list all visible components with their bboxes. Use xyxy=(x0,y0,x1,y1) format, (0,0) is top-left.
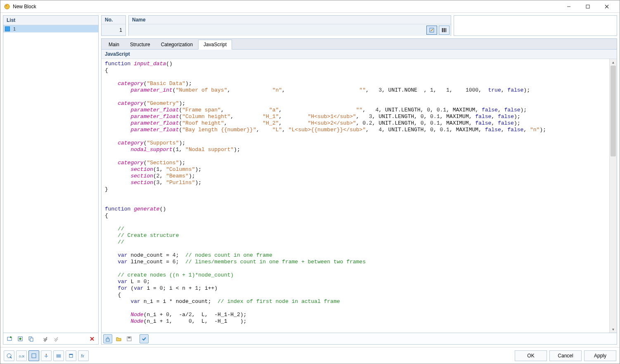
svg-rect-28 xyxy=(32,354,36,358)
scroll-down-arrow[interactable]: ▼ xyxy=(610,326,617,333)
list-item-number: 1 xyxy=(12,26,98,31)
dialog-footer: 0,00 fx OK Cancel Apply xyxy=(0,347,620,364)
tabstrip: Main Structure Categorization JavaScript xyxy=(102,39,617,50)
new-item-button[interactable] xyxy=(5,334,14,343)
no-label: No. xyxy=(102,16,125,24)
maximize-button[interactable] xyxy=(578,1,597,12)
list-item-marker xyxy=(5,26,10,31)
no-value[interactable]: 1 xyxy=(102,24,125,35)
code-editor[interactable]: function input_data() { category("Basic … xyxy=(102,59,609,333)
list-header: List xyxy=(3,16,98,25)
view-1-button[interactable] xyxy=(28,350,39,361)
svg-rect-13 xyxy=(30,338,33,341)
code-toolbar xyxy=(102,333,617,344)
delete-item-button[interactable] xyxy=(88,334,97,343)
add-item-button[interactable] xyxy=(16,334,25,343)
copy-item-button[interactable] xyxy=(26,334,35,343)
save-file-button[interactable] xyxy=(125,334,134,343)
list-body[interactable]: 1 xyxy=(3,25,98,333)
ok-button[interactable]: OK xyxy=(515,350,547,361)
help-button[interactable] xyxy=(4,350,14,361)
svg-rect-22 xyxy=(106,339,109,341)
validate-button[interactable] xyxy=(140,334,149,343)
barcode-button[interactable] xyxy=(439,26,450,35)
scroll-up-arrow[interactable]: ▲ xyxy=(610,59,617,66)
svg-rect-30 xyxy=(57,355,61,357)
close-button[interactable] xyxy=(597,1,616,12)
svg-point-0 xyxy=(5,4,9,9)
units-button[interactable]: 0,00 xyxy=(16,350,27,361)
tab-structure[interactable]: Structure xyxy=(125,40,156,49)
svg-point-1 xyxy=(6,5,7,6)
window-title: New Block xyxy=(13,4,559,9)
tab-categorization[interactable]: Categorization xyxy=(156,40,198,49)
check-all-button[interactable] xyxy=(41,334,50,343)
svg-text:0,00: 0,00 xyxy=(19,355,24,358)
svg-rect-24 xyxy=(128,337,130,338)
titlebar: New Block xyxy=(0,0,620,13)
name-input[interactable] xyxy=(130,26,425,35)
open-file-button[interactable] xyxy=(114,334,123,343)
view-4-button[interactable] xyxy=(66,350,76,361)
svg-rect-3 xyxy=(586,5,589,8)
list-item[interactable]: 1 xyxy=(3,25,98,33)
svg-rect-32 xyxy=(69,354,73,355)
view-3-button[interactable] xyxy=(53,350,64,361)
svg-line-26 xyxy=(10,357,12,358)
lock-button[interactable] xyxy=(103,334,112,343)
view-2-button[interactable] xyxy=(41,350,52,361)
app-icon xyxy=(4,3,10,10)
svg-point-29 xyxy=(46,354,47,355)
svg-text:fx: fx xyxy=(81,354,85,358)
tab-main[interactable]: Main xyxy=(103,40,125,49)
uncheck-all-button[interactable] xyxy=(52,334,61,343)
tab-javascript[interactable]: JavaScript xyxy=(198,40,232,50)
vertical-scrollbar[interactable]: ▲ ▼ xyxy=(609,59,617,333)
scroll-thumb[interactable] xyxy=(611,66,616,156)
edit-name-button[interactable] xyxy=(426,26,437,35)
name-label: Name xyxy=(129,16,451,24)
minimize-button[interactable] xyxy=(559,1,578,12)
apply-button[interactable]: Apply xyxy=(584,350,616,361)
cancel-button[interactable]: Cancel xyxy=(549,350,582,361)
preview-panel xyxy=(454,15,617,36)
fx-button[interactable]: fx xyxy=(78,350,89,361)
list-toolbar xyxy=(3,333,99,345)
code-section-label: JavaScript xyxy=(102,50,617,59)
